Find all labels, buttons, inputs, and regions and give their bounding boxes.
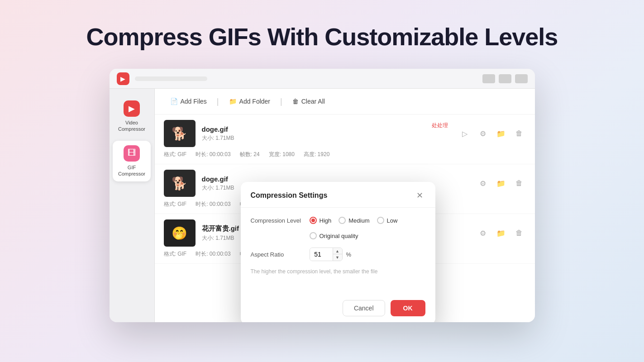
window-minimize-btn[interactable] <box>482 74 495 83</box>
window-maximize-btn[interactable] <box>499 74 511 83</box>
sidebar-item-gif-label: GIFCompressor <box>118 164 145 177</box>
spinner-up-button[interactable]: ▲ <box>333 248 342 254</box>
folder-button-2[interactable]: 📁 <box>494 176 508 190</box>
aspect-ratio-label: Aspect Ratio <box>251 251 310 258</box>
radio-medium[interactable]: Medium <box>339 217 369 224</box>
aspect-ratio-row: Aspect Ratio ▲ ▼ % <box>251 248 425 261</box>
radio-original-quality[interactable]: Original quality <box>310 232 425 239</box>
processing-badge: 处处理 <box>426 120 453 131</box>
clear-all-icon: 🗑 <box>292 98 299 105</box>
radio-high[interactable]: High <box>310 217 332 224</box>
file-thumb-3: 🤭 <box>164 219 196 247</box>
radio-circle-high <box>310 217 317 224</box>
play-button-1[interactable]: ▷ <box>458 127 472 140</box>
file-format-1: 格式: GIF <box>164 151 187 158</box>
file-size-1: 大小: 1.71MB <box>202 134 452 142</box>
radio-low-label: Low <box>387 217 398 224</box>
folder-button-3[interactable]: 📁 <box>494 226 508 240</box>
radio-circle-medium <box>339 217 346 224</box>
settings-button-1[interactable]: ⚙ <box>476 127 490 140</box>
file-meta-1: 格式: GIF 时长: 00:00:03 帧数: 24 宽度: 1080 高度:… <box>164 151 526 158</box>
delete-button-2[interactable]: 🗑 <box>512 176 526 190</box>
file-thumb-2: 🐕 <box>164 170 196 197</box>
file-name-2: doge.gif <box>202 175 470 183</box>
spinner-down-button[interactable]: ▼ <box>333 254 342 261</box>
title-bar: ▶ <box>110 69 535 89</box>
radio-medium-label: Medium <box>348 217 369 224</box>
file-actions-1: ▷ ⚙ 📁 🗑 <box>458 127 526 140</box>
file-info-1: doge.gif 大小: 1.71MB <box>202 125 452 142</box>
app-window: ▶ ▶ Video Compressor 🎞 GIFCompressor <box>110 69 535 322</box>
add-files-label: Add Files <box>181 98 207 105</box>
compression-level-radio-group: High Medium Low <box>310 217 398 224</box>
modal-footer: Cancel OK <box>241 294 435 322</box>
add-files-icon: 📄 <box>170 98 178 105</box>
modal-header: Compression Settings ✕ <box>241 182 435 208</box>
sidebar-item-gif-compressor[interactable]: 🎞 GIFCompressor <box>113 141 151 182</box>
percent-label: % <box>346 251 352 258</box>
file-actions-2: ⚙ 📁 🗑 <box>476 176 526 190</box>
aspect-ratio-input-wrap[interactable]: ▲ ▼ <box>310 248 343 261</box>
number-spinners: ▲ ▼ <box>333 248 342 261</box>
sidebar-item-video-compressor[interactable]: ▶ Video Compressor <box>113 96 151 137</box>
hint-text: The higher the compression level, the sm… <box>251 267 425 276</box>
video-compressor-icon: ▶ <box>124 100 140 117</box>
file-duration-2: 时长: 00:00:03 <box>196 200 230 208</box>
settings-button-2[interactable]: ⚙ <box>476 176 490 190</box>
modal-title: Compression Settings <box>251 191 328 200</box>
add-folder-icon: 📁 <box>229 98 237 105</box>
app-logo-icon: ▶ <box>117 72 129 85</box>
folder-button-1[interactable]: 📁 <box>494 127 508 140</box>
file-height-1: 高度: 1920 <box>304 151 329 158</box>
compression-settings-dialog[interactable]: Compression Settings ✕ Compression Level… <box>241 182 435 322</box>
radio-circle-original <box>310 232 317 239</box>
radio-inner-high <box>311 219 315 222</box>
gif-compressor-icon: 🎞 <box>124 145 140 162</box>
radio-original-label: Original quality <box>320 233 358 239</box>
file-name-1: doge.gif <box>202 125 452 133</box>
clear-all-label: Clear All <box>301 98 325 105</box>
delete-button-1[interactable]: 🗑 <box>512 127 526 140</box>
radio-low[interactable]: Low <box>377 217 398 224</box>
window-close-btn[interactable] <box>515 74 528 83</box>
cancel-button[interactable]: Cancel <box>343 300 385 316</box>
window-controls <box>482 74 528 83</box>
compression-level-row: Compression Level High Medium <box>251 217 425 224</box>
add-folder-label: Add Folder <box>239 98 270 105</box>
compression-level-label: Compression Level <box>251 217 310 224</box>
delete-button-3[interactable]: 🗑 <box>512 226 526 240</box>
file-duration-1: 时长: 00:00:03 <box>196 151 230 158</box>
radio-circle-low <box>377 217 384 224</box>
file-duration-3: 时长: 00:00:03 <box>196 250 230 258</box>
file-frames-1: 帧数: 24 <box>240 151 260 158</box>
modal-body: Compression Level High Medium <box>241 208 435 294</box>
title-bar-spacer <box>135 76 207 81</box>
table-row: 处处理 🐕 doge.gif 大小: 1.71MB ▷ ⚙ 📁 🗑 <box>155 114 535 164</box>
file-actions-3: ⚙ 📁 🗑 <box>476 226 526 240</box>
ok-button[interactable]: OK <box>391 300 425 316</box>
original-quality-row: Original quality <box>251 232 425 239</box>
file-width-1: 宽度: 1080 <box>269 151 295 158</box>
page-title: Compress GIFs With Customizable Levels <box>86 23 558 51</box>
aspect-ratio-input[interactable] <box>310 248 333 261</box>
file-format-3: 格式: GIF <box>164 250 187 258</box>
modal-close-button[interactable]: ✕ <box>415 190 425 201</box>
file-thumb-1: 🐕 <box>164 120 196 147</box>
add-files-button[interactable]: 📄 Add Files <box>164 94 213 109</box>
divider-2: | <box>278 97 284 106</box>
radio-high-label: High <box>320 217 332 224</box>
file-item-top-1: 🐕 doge.gif 大小: 1.71MB ▷ ⚙ 📁 🗑 <box>164 120 526 147</box>
sidebar: ▶ Video Compressor 🎞 GIFCompressor <box>110 89 155 322</box>
add-folder-button[interactable]: 📁 Add Folder <box>223 94 277 109</box>
divider-1: | <box>215 97 221 106</box>
file-format-2: 格式: GIF <box>164 200 187 208</box>
sidebar-item-video-label: Video Compressor <box>115 119 148 133</box>
clear-all-button[interactable]: 🗑 Clear All <box>286 94 331 109</box>
toolbar: 📄 Add Files | 📁 Add Folder | 🗑 Clear All <box>155 89 535 114</box>
settings-button-3[interactable]: ⚙ <box>476 226 490 240</box>
